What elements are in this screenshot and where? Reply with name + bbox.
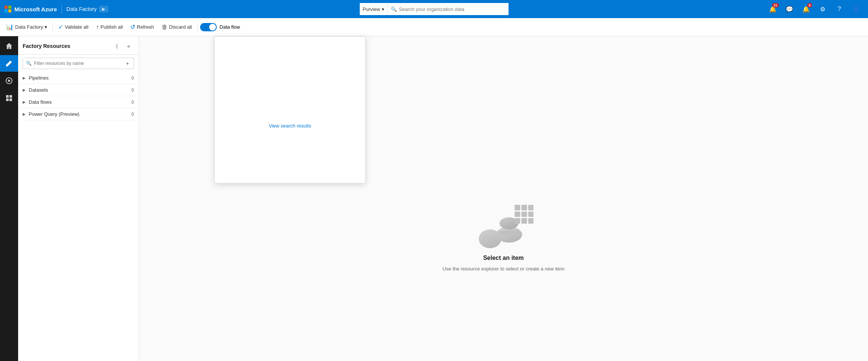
discard-all-button[interactable]: 🗑 Discard all [159, 20, 195, 34]
empty-state-title: Select an item [483, 255, 524, 261]
grid-cell [528, 212, 534, 217]
search-icon: 🔍 [391, 6, 397, 12]
grid-cell [528, 205, 534, 210]
list-item[interactable]: ▶ Power Query (Preview) 0 [18, 108, 139, 120]
search-icon: 🔍 [26, 61, 32, 66]
account-button[interactable]: 👤 [848, 2, 863, 17]
settings-button[interactable]: ⚙ [815, 2, 830, 17]
resources-header: Factory Resources ⟨ « [18, 36, 139, 55]
grid-cell [521, 212, 527, 217]
close-panel-icon: « [127, 43, 130, 49]
search-scope-dropdown[interactable]: Purview ▾ [359, 3, 387, 15]
toolbar: 📊 Data Factory ▾ ✓ Validate all ↑ Publis… [0, 18, 868, 36]
feedback-icon: 💬 [786, 6, 793, 13]
validate-all-label: Validate all [65, 24, 88, 30]
pipelines-row-left: ▶ Pipelines [23, 75, 49, 81]
side-nav [0, 36, 18, 361]
publish-icon: ↑ [96, 24, 99, 31]
publish-all-button[interactable]: ↑ Publish all [93, 20, 126, 34]
app-arrow[interactable]: ▶ [99, 6, 108, 12]
pipelines-count: 0 [131, 75, 134, 81]
alerts-badge: 6 [807, 3, 812, 8]
datasets-count: 0 [131, 88, 134, 93]
chevron-down-icon: ▾ [382, 6, 384, 12]
pencil-icon [5, 60, 13, 67]
resource-filter-input[interactable] [34, 61, 122, 66]
brand: Microsoft Azure [5, 6, 57, 12]
pipelines-label: Pipelines [29, 75, 49, 81]
dataflows-label: Data flows [29, 99, 52, 105]
sidebar-item-author[interactable] [0, 55, 18, 72]
manage-icon [5, 94, 13, 102]
list-item[interactable]: ▶ Data flows 0 [18, 96, 139, 108]
collapse-all-icon: ⟨ [116, 43, 118, 49]
dataflows-row-left: ▶ Data flows [23, 99, 52, 105]
add-icon: + [126, 60, 129, 66]
validate-icon: ✓ [58, 23, 63, 31]
brand-name: Microsoft Azure [14, 6, 57, 12]
empty-state: Select an item Use the resource explorer… [442, 201, 564, 272]
datasets-label: Datasets [29, 87, 48, 93]
global-search-box: 🔍 [388, 3, 509, 15]
help-icon: ? [838, 6, 841, 12]
factory-icon: 📊 [6, 23, 14, 31]
global-search-input[interactable] [399, 6, 505, 12]
grid-cell [521, 205, 527, 210]
search-results-overlay: View search results [214, 36, 365, 183]
empty-state-illustration [473, 201, 533, 250]
main-layout: Factory Resources ⟨ « 🔍 + ▶ Pipeline [0, 36, 868, 361]
powerquery-chevron-icon: ▶ [23, 112, 26, 116]
brand-separator [62, 5, 62, 14]
data-factory-label: Data Factory [15, 24, 43, 30]
refresh-icon: ↺ [130, 23, 135, 31]
help-button[interactable]: ? [832, 2, 847, 17]
list-item[interactable]: ▶ Datasets 0 [18, 84, 139, 96]
dataflows-count: 0 [131, 100, 134, 105]
sidebar-item-manage[interactable] [0, 90, 18, 106]
publish-all-label: Publish all [100, 24, 123, 30]
home-icon [5, 42, 13, 50]
sidebar-item-monitor[interactable] [0, 72, 18, 89]
alerts-button[interactable]: 🔔 6 [799, 2, 814, 17]
validate-all-button[interactable]: ✓ Validate all [55, 20, 91, 34]
data-flow-toggle-label: Data flow [220, 24, 240, 30]
grid-cell [515, 212, 520, 217]
grid-cell [515, 218, 520, 224]
datasets-chevron-icon: ▶ [23, 88, 26, 92]
resources-header-icons: ⟨ « [111, 41, 134, 51]
list-item[interactable]: ▶ Pipelines 0 [18, 72, 139, 84]
datasets-row-left: ▶ Datasets [23, 87, 48, 93]
add-resource-button[interactable]: + [124, 60, 131, 67]
feedback-button[interactable]: 💬 [782, 2, 797, 17]
data-factory-button[interactable]: 📊 Data Factory ▾ [3, 20, 50, 34]
app-name: Data Factory [66, 6, 97, 12]
svg-rect-4 [6, 98, 9, 101]
sidebar-item-home[interactable] [0, 38, 18, 54]
notifications-button[interactable]: 🔔 21 [765, 2, 780, 17]
empty-state-subtitle: Use the resource explorer to select or c… [442, 266, 564, 272]
search-area: Purview ▾ 🔍 [359, 3, 508, 15]
resources-panel: Factory Resources ⟨ « 🔍 + ▶ Pipeline [18, 36, 139, 361]
settings-icon: ⚙ [820, 6, 825, 13]
view-search-results-link[interactable]: View search results [263, 117, 317, 135]
data-flow-toggle-switch[interactable] [200, 23, 217, 31]
svg-rect-5 [9, 98, 12, 101]
grid-cell [515, 205, 520, 210]
toolbar-separator-2 [197, 23, 198, 32]
search-scope-label: Purview [362, 6, 380, 12]
grid-cell [521, 218, 527, 224]
resource-search-box: 🔍 + [23, 58, 134, 69]
close-panel-button[interactable]: « [123, 41, 134, 51]
cylinder-3 [479, 229, 501, 248]
resource-list: ▶ Pipelines 0 ▶ Datasets 0 ▶ Data flows … [18, 72, 139, 361]
svg-rect-3 [9, 95, 12, 98]
topbar: Microsoft Azure Data Factory ▶ Purview ▾… [0, 0, 868, 18]
collapse-all-button[interactable]: ⟨ [111, 41, 122, 51]
toolbar-separator-1 [52, 23, 53, 32]
svg-rect-2 [6, 95, 9, 98]
refresh-button[interactable]: ↺ Refresh [127, 20, 157, 34]
factory-dropdown-icon: ▾ [45, 24, 47, 30]
topbar-icons: 🔔 21 💬 🔔 6 ⚙ ? 👤 [765, 2, 863, 17]
notifications-badge: 21 [772, 3, 779, 8]
svg-point-1 [8, 80, 10, 82]
